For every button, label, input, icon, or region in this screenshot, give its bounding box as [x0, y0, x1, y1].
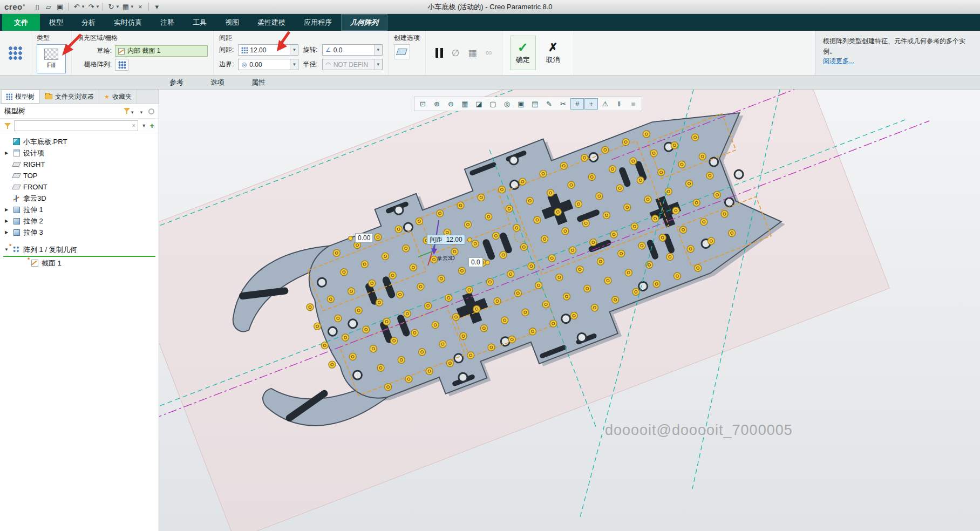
graphics-area[interactable]: 拿云3D ⊡⊕⊖▦◪▢◎▣▤✎✂#+⚠‖■ 0.00 间距 12.00 0.0 … [159, 90, 980, 531]
menu-tab-flexible-modeling[interactable]: 柔性建模 [248, 14, 295, 31]
menu-tab-file[interactable]: 文件 [2, 14, 40, 31]
tree-settings-icon[interactable] [148, 108, 154, 114]
radius-icon: ◠ [324, 61, 332, 68]
filter-settings-button[interactable]: ▼ [124, 107, 134, 115]
tree-expander[interactable]: ▶ [3, 151, 10, 155]
drag-handle-icon[interactable] [467, 237, 472, 242]
pause-regen-icon[interactable]: ‖ [612, 98, 626, 110]
feature-preview-icon[interactable]: ▦ [468, 47, 477, 59]
tree-item-extrude-1[interactable]: ▶拉伸 1 [0, 204, 159, 215]
screen-display-icon[interactable]: ▤ [528, 98, 542, 110]
regenerate-caret[interactable]: ▼ [115, 4, 120, 9]
cancel-button[interactable]: ✗ 取消 [540, 36, 566, 70]
warning-icon[interactable]: ⚠ [598, 98, 612, 110]
tree-item-part[interactable]: 小车底板.PRT [0, 136, 159, 147]
shade-icon[interactable]: ◪ [472, 98, 486, 110]
menu-tab-realtime-simulation[interactable]: 实时仿真 [105, 14, 151, 31]
subtab-properties[interactable]: 属性 [243, 77, 274, 88]
search-options-caret[interactable]: ▼ [141, 123, 146, 128]
tree-item-front-plane[interactable]: FRONT [0, 181, 159, 193]
dimension-rotation[interactable]: 0.0 [468, 257, 490, 267]
tree-item-right-plane[interactable]: RIGHT [0, 159, 159, 170]
menu-tab-geometry-pattern[interactable]: 几何阵列 [341, 14, 387, 31]
windows-caret[interactable]: ▼ [130, 4, 134, 9]
tree-item-section-1[interactable]: *截面 1 [0, 257, 159, 269]
dimension-offset-1[interactable]: 0.00 [348, 233, 373, 243]
menu-tab-applications[interactable]: 应用程序 [295, 14, 341, 31]
zoom-in-icon[interactable]: ⊕ [430, 98, 444, 110]
model-viewport[interactable]: 拿云3D [159, 90, 980, 531]
navigator-tabs: 模型树文件夹浏览器★收藏夹 [0, 90, 159, 104]
close-button[interactable]: × [135, 2, 146, 12]
capture-icon[interactable]: ▣ [514, 98, 528, 110]
spin-center-icon[interactable]: + [584, 98, 598, 110]
grid-pattern-button[interactable] [115, 59, 128, 71]
undo-caret[interactable]: ▼ [81, 4, 85, 9]
spacing-value-field[interactable]: 12.00 ▼ [238, 44, 298, 56]
repaint-icon[interactable]: ▦ [458, 98, 472, 110]
radius-label: 半径: [303, 60, 317, 69]
redo-caret[interactable]: ▼ [96, 4, 100, 9]
open-button[interactable]: ▱ [43, 2, 54, 12]
tree-expander[interactable]: ▶ [3, 219, 10, 223]
dimension-spacing[interactable]: 间距 12.00 [427, 235, 472, 244]
navigator-tab-model-tree[interactable]: 模型树 [1, 90, 40, 104]
navigator-tab-folder-browser[interactable]: 文件夹浏览器 [40, 90, 99, 104]
radius-value-field[interactable]: ◠ NOT DEFIN ▼ [322, 59, 383, 70]
radius-dropdown-caret[interactable]: ▼ [374, 59, 382, 70]
tree-expander[interactable]: ▶ [3, 230, 10, 235]
drag-handle-icon[interactable] [348, 236, 353, 241]
zoom-out-icon[interactable]: ⊖ [444, 98, 458, 110]
menu-tab-annotate[interactable]: 注释 [151, 14, 183, 31]
model-group[interactable] [159, 90, 980, 531]
datum-display-icon[interactable]: # [570, 98, 584, 110]
no-preview-icon[interactable]: ∅ [452, 47, 460, 59]
clear-search-icon[interactable]: × [132, 122, 135, 130]
glasses-preview-icon[interactable]: ∞ [486, 47, 492, 58]
spacing-dropdown-caret[interactable]: ▼ [290, 45, 298, 55]
saved-orientations-icon[interactable]: ◎ [500, 98, 514, 110]
tree-item-design-items[interactable]: ▶设计项 [0, 147, 159, 159]
rotation-value-field[interactable]: ∠ 0.0 ▼ [322, 44, 383, 56]
annotation-display-icon[interactable]: ✎ [542, 98, 556, 110]
navigator-tab-favorites[interactable]: ★收藏夹 [99, 90, 137, 104]
tree-item-csys[interactable]: 拿云3D [0, 193, 159, 204]
fill-type-button[interactable]: Fill [37, 44, 66, 73]
subtab-references[interactable]: 参考 [161, 77, 192, 88]
menu-tab-tools[interactable]: 工具 [183, 14, 216, 31]
subtab-options[interactable]: 选项 [202, 77, 233, 88]
section-display-icon[interactable]: ✂ [556, 98, 570, 110]
undo-button[interactable]: ↶ [71, 2, 82, 12]
tree-columns-button[interactable]: ▼ [139, 107, 144, 115]
new-button[interactable]: ▯ [32, 2, 43, 12]
drag-handle-icon[interactable] [485, 260, 490, 265]
tree-search-input[interactable] [17, 122, 132, 130]
menu-tab-view[interactable]: 视图 [216, 14, 248, 31]
tree-search-box[interactable]: × [14, 120, 138, 131]
windows-button[interactable]: ▦ [120, 2, 131, 12]
ok-button[interactable]: ✓ 确定 [510, 36, 536, 70]
menu-tab-model[interactable]: 模型 [40, 14, 72, 31]
expand-tree-button[interactable]: + [149, 122, 154, 130]
regenerate-button[interactable]: ↻ [106, 2, 117, 12]
rotation-dropdown-caret[interactable]: ▼ [374, 45, 382, 55]
grid-pattern-label: 栅格阵列: [77, 60, 112, 69]
boundary-value-field[interactable]: ◎ 0.00 ▼ [238, 59, 298, 70]
tree-item-extrude-3[interactable]: ▶拉伸 3 [0, 227, 159, 238]
tree-item-top-plane[interactable]: TOP [0, 170, 159, 181]
tree-item-extrude-2[interactable]: ▶拉伸 2 [0, 215, 159, 227]
zoom-region-icon[interactable]: ⊡ [416, 98, 430, 110]
customize-button[interactable]: ▾ [152, 2, 162, 12]
tree-item-pattern-1[interactable]: ▼*阵列 1 / 复制几何 [0, 244, 159, 255]
pause-button[interactable] [435, 48, 443, 58]
creation-options-button[interactable] [394, 44, 410, 59]
display-style-icon[interactable]: ▢ [486, 98, 500, 110]
menu-tab-analysis[interactable]: 分析 [72, 14, 105, 31]
boundary-dropdown-caret[interactable]: ▼ [290, 59, 298, 70]
tree-expander[interactable]: ▶ [3, 207, 10, 212]
read-more-link[interactable]: 阅读更多... [823, 57, 854, 65]
insertion-locator[interactable] [3, 256, 155, 257]
redo-button[interactable]: ↷ [86, 2, 97, 12]
sketch-collector-field[interactable]: 内部 截面 1 [115, 45, 208, 57]
save-button[interactable]: ▣ [55, 2, 65, 12]
